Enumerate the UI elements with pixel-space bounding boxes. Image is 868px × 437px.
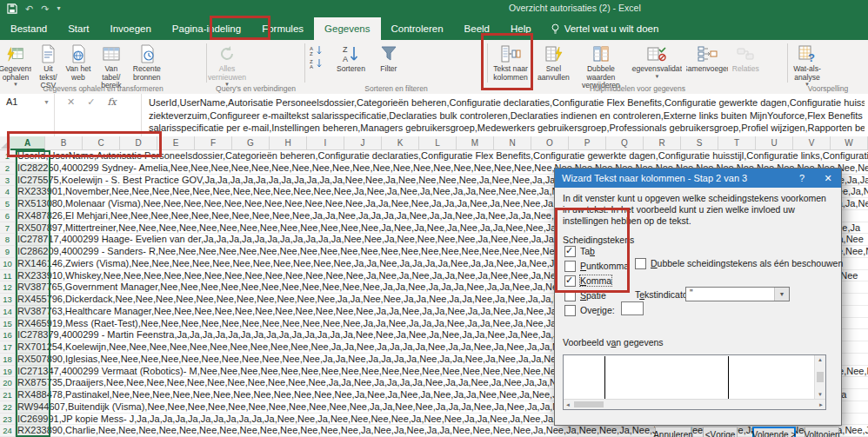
scroll-left-icon[interactable]: ◄ [565, 402, 571, 407]
column-header[interactable]: I [307, 136, 344, 150]
column-header[interactable]: J [344, 136, 382, 150]
qat-customize-icon[interactable]: ▾ [57, 2, 60, 16]
column-header[interactable]: T [718, 136, 756, 150]
row-number[interactable]: 20 [0, 377, 16, 389]
column-header[interactable]: G [232, 136, 270, 150]
row-number[interactable]: 15 [0, 318, 16, 330]
row-number[interactable]: 12 [0, 281, 16, 294]
preview-vertical-scrollbar[interactable]: ▲ ▼ [814, 355, 825, 399]
row-number[interactable]: 22 [0, 401, 16, 414]
name-box-dropdown-icon[interactable]: ▼ [43, 99, 50, 105]
row-number[interactable]: 23 [0, 414, 16, 426]
column-header[interactable]: R [644, 136, 681, 150]
delimiter-checkbox[interactable]: Overige: [564, 304, 615, 316]
redo-icon[interactable]: ↷ [41, 2, 49, 16]
scroll-down-icon[interactable]: ▼ [818, 390, 823, 399]
formula-input[interactable]: UserId,UserName,Autorisatie Personeelsdo… [142, 94, 868, 136]
scroll-up-icon[interactable]: ▲ [818, 355, 823, 364]
ribbon-tab[interactable]: Start [57, 17, 99, 40]
row-number[interactable]: 8 [0, 234, 16, 246]
row-number[interactable]: 2 [0, 162, 16, 175]
column-header[interactable]: C [83, 136, 120, 150]
dialog-button[interactable]: < Vorige [703, 427, 738, 437]
sort-descending-button[interactable]: ZA [310, 57, 324, 71]
column-header[interactable]: S [681, 136, 718, 150]
tell-me-box[interactable]: Vertel wat u wilt doen [542, 17, 668, 40]
row-number[interactable]: 6 [0, 210, 16, 222]
column-header[interactable]: K [382, 136, 419, 150]
combo-dropdown-icon[interactable]: ▼ [774, 288, 789, 301]
checkbox-icon[interactable] [564, 261, 576, 272]
dialog-help-button[interactable]: ? [789, 169, 815, 188]
row-number[interactable]: 18 [0, 354, 16, 366]
ribbon-tab[interactable]: Gegevens [314, 17, 380, 40]
column-header[interactable]: U [756, 136, 793, 150]
delimiter-checkbox[interactable]: Komma [564, 275, 611, 287]
scroll-thumb[interactable] [574, 401, 604, 407]
ribbon-tab[interactable]: Controleren [381, 17, 454, 40]
preview-horizontal-scrollbar[interactable]: ◄ ► [564, 399, 825, 409]
row-number[interactable]: 14 [0, 306, 16, 318]
table-row[interactable]: 1 UserId,UserName,Autorisatie Personeels… [0, 150, 868, 162]
scroll-right-icon[interactable]: ► [818, 402, 824, 407]
column-header[interactable]: F [195, 136, 232, 150]
checkbox-icon[interactable] [564, 305, 576, 316]
sort-ascending-button[interactable]: AZ [310, 43, 324, 57]
column-header[interactable]: O [531, 136, 569, 150]
table-row[interactable]: 24 RX233890,Charlie,Nee,Nee,Nee,Nee,Nee,… [0, 425, 868, 437]
column-header[interactable]: H [270, 136, 307, 150]
row-number[interactable]: 4 [0, 186, 16, 198]
checkbox-icon[interactable] [564, 275, 576, 287]
row-number[interactable]: 17 [0, 341, 16, 354]
row-number[interactable]: 16 [0, 329, 16, 341]
column-header[interactable]: P [569, 136, 606, 150]
row-number[interactable]: 1 [0, 150, 16, 162]
dialog-button[interactable]: Annuleren [655, 427, 691, 437]
column-header[interactable]: Q [606, 136, 644, 150]
checkbox-icon[interactable] [564, 246, 576, 257]
insert-function-icon[interactable]: fx [107, 96, 116, 136]
row-number[interactable]: 3 [0, 175, 16, 187]
ribbon-tab[interactable]: Formules [251, 17, 314, 40]
row-number[interactable]: 7 [0, 222, 16, 235]
name-box[interactable]: A1 ▼ [0, 94, 55, 136]
ribbon-tab[interactable]: Invoegen [100, 17, 162, 40]
row-number[interactable]: 5 [0, 198, 16, 210]
treat-consecutive-checkbox[interactable]: Dubbele scheidingstekens als één beschou… [635, 257, 843, 269]
dialog-close-icon[interactable]: ✕ [815, 169, 841, 188]
row-number[interactable]: 13 [0, 294, 16, 306]
column-header[interactable]: A [10, 136, 45, 150]
select-all-corner[interactable] [0, 136, 10, 150]
column-header[interactable]: W [831, 136, 868, 150]
cancel-entry-icon[interactable]: ✕ [67, 96, 75, 136]
row-number[interactable]: 9 [0, 246, 16, 258]
ribbon-tab[interactable]: Help [500, 17, 542, 40]
column-header[interactable]: D [120, 136, 157, 150]
column-header[interactable]: L [419, 136, 457, 150]
ribbon-tab[interactable]: Bestand [0, 17, 57, 40]
confirm-entry-icon[interactable]: ✓ [87, 96, 95, 136]
checkbox-icon[interactable] [564, 290, 576, 301]
row-number[interactable]: 10 [0, 258, 16, 270]
row-number[interactable]: 11 [0, 270, 16, 282]
row-number[interactable]: 24 [0, 425, 16, 437]
delimiter-checkbox[interactable]: Spatie [564, 289, 606, 301]
row-number[interactable]: 19 [0, 366, 16, 378]
checkbox-icon[interactable] [635, 258, 646, 269]
undo-icon[interactable]: ↶ [25, 2, 33, 16]
row-number[interactable]: 21 [0, 389, 16, 401]
column-header[interactable]: B [45, 136, 83, 150]
column-header[interactable]: M [457, 136, 494, 150]
ribbon-tab[interactable]: Beeld [454, 17, 500, 40]
save-icon[interactable] [7, 3, 17, 14]
delimiter-checkbox[interactable]: Puntkomma [564, 260, 629, 272]
column-header[interactable]: N [494, 136, 531, 150]
other-delimiter-input[interactable] [621, 301, 644, 315]
column-header[interactable]: E [157, 136, 195, 150]
text-qualifier-select[interactable]: " ▼ [685, 287, 790, 301]
dialog-button[interactable]: Volgende > [752, 427, 796, 437]
scroll-thumb[interactable] [817, 372, 824, 382]
dialog-title-bar[interactable]: Wizard Tekst naar kolommen - Stap 2 van … [555, 169, 841, 188]
delimiter-checkbox[interactable]: Tab [564, 245, 595, 257]
ribbon-tab[interactable]: Pagina-indeling [162, 17, 251, 40]
